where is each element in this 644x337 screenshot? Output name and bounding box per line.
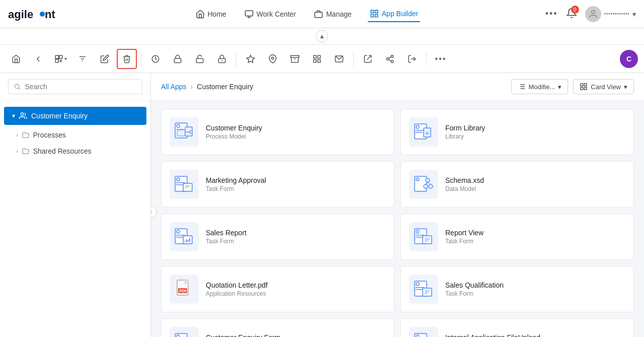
toolbar-share-button[interactable] xyxy=(358,49,378,69)
svg-point-125 xyxy=(416,335,419,337)
folder-icon xyxy=(22,131,29,139)
svg-point-77 xyxy=(416,178,419,181)
svg-rect-22 xyxy=(174,58,181,62)
toolbar-unlock-button[interactable] xyxy=(190,49,210,69)
svg-line-41 xyxy=(19,88,20,90)
toolbar-home-button[interactable] xyxy=(6,49,26,69)
card-report-view[interactable]: Report View Task Form xyxy=(400,214,634,260)
nav-links: Home Work Center Manage App Builder xyxy=(85,6,529,22)
toolbar-mail-button[interactable] xyxy=(329,49,349,69)
toolbar-location-button[interactable] xyxy=(263,49,283,69)
card-info: Quotation Letter.pdf Application Resourc… xyxy=(206,281,268,297)
card-internal-app-fileupload[interactable]: Internal Application FileUpload Task For… xyxy=(400,318,634,337)
main-layout: ▾ Customer Enquiry › Processes › Shared … xyxy=(0,73,644,337)
sidebar-item-customer-enquiry[interactable]: ▾ Customer Enquiry xyxy=(4,107,146,125)
card-title: Schema.xsd xyxy=(445,176,484,184)
breadcrumb-bar: All Apps › Customer Enquiry Modifie... ▾… xyxy=(151,73,644,101)
user-name: •••••••••••• xyxy=(604,11,629,18)
collapse-button[interactable]: ▲ xyxy=(316,30,328,42)
card-title: Internal Application FileUpload xyxy=(445,333,540,337)
toolbar-more-button[interactable]: ••• xyxy=(431,49,451,69)
card-schema-xsd[interactable]: Schema.xsd Data Model xyxy=(400,161,634,208)
breadcrumb-all-apps-link[interactable]: All Apps xyxy=(161,83,187,91)
search-icon xyxy=(14,83,21,91)
card-sales-qualification[interactable]: Sales Qualification Task Form xyxy=(400,266,634,312)
workcenter-nav-link[interactable]: Work Center xyxy=(243,7,298,22)
svg-point-85 xyxy=(177,230,180,233)
grid-view-icon xyxy=(580,83,588,91)
card-info: Internal Application FileUpload Task For… xyxy=(445,333,540,337)
svg-point-36 xyxy=(391,60,393,63)
svg-rect-63 xyxy=(416,132,423,133)
top-navigation: agile nt Home Work Center Manage App Bui… xyxy=(0,0,644,28)
card-icon xyxy=(409,275,438,304)
card-subtitle: Task Form xyxy=(445,290,504,297)
svg-text:PDF: PDF xyxy=(180,289,187,293)
svg-rect-23 xyxy=(196,58,203,62)
svg-text:agile: agile xyxy=(8,8,33,21)
toolbar: ▾ ••• C xyxy=(0,45,644,73)
toolbar-new-button[interactable]: ▾ xyxy=(50,49,70,69)
toolbar-export-button[interactable] xyxy=(402,49,422,69)
breadcrumb: All Apps › Customer Enquiry xyxy=(161,83,253,91)
svg-rect-3 xyxy=(245,11,253,16)
home-nav-link[interactable]: Home xyxy=(194,7,228,22)
card-customer-enquiry[interactable]: Customer Enquiry Process Model xyxy=(161,109,394,155)
svg-point-11 xyxy=(591,10,595,14)
toolbar-back-button[interactable] xyxy=(28,49,48,69)
svg-rect-98 xyxy=(416,237,423,238)
sidebar-tree: ▾ Customer Enquiry › Processes › Shared … xyxy=(0,101,150,337)
manage-nav-link[interactable]: Manage xyxy=(312,7,354,22)
card-customer-enquiry-form[interactable]: Customer Enquiry Form Task Form xyxy=(161,318,394,337)
card-quotation-letter[interactable]: PDF Quotation Letter.pdf Application Res… xyxy=(161,266,394,312)
svg-rect-32 xyxy=(318,59,320,62)
card-info: Marketing Approval Task Form xyxy=(206,176,266,192)
svg-point-35 xyxy=(386,57,389,60)
svg-rect-52 xyxy=(585,87,587,90)
toolbar-badge-button[interactable] xyxy=(240,49,261,69)
toolbar-filter-button[interactable] xyxy=(72,49,93,69)
toolbar-lock-button[interactable] xyxy=(168,49,188,69)
svg-rect-7 xyxy=(371,10,373,13)
logo: agile nt xyxy=(8,6,68,22)
svg-rect-10 xyxy=(375,14,377,17)
user-avatar-area[interactable]: •••••••••••• ▾ xyxy=(585,6,636,22)
toolbar-box-button[interactable] xyxy=(285,49,305,69)
toolbar-delete-button[interactable] xyxy=(117,49,137,69)
card-sales-report[interactable]: Sales Report Task Form xyxy=(161,214,394,260)
toolbar-edit-button[interactable] xyxy=(95,49,115,69)
sidebar-item-shared-resources[interactable]: › Shared Resources xyxy=(0,143,150,159)
svg-point-119 xyxy=(177,335,180,337)
user-initials-button[interactable]: C xyxy=(620,50,638,68)
appbuilder-nav-link[interactable]: App Builder xyxy=(368,6,420,22)
more-nav-button[interactable]: ••• xyxy=(545,9,558,19)
cards-area: Customer Enquiry Process Model xyxy=(151,101,644,337)
svg-rect-55 xyxy=(177,130,185,136)
card-icon xyxy=(170,170,199,199)
card-title: Sales Report xyxy=(206,229,247,237)
notification-button[interactable]: 0 xyxy=(566,8,577,20)
card-view-button[interactable]: Card View ▾ xyxy=(573,79,634,94)
search-input[interactable] xyxy=(25,83,137,91)
card-form-library[interactable]: A Form Library Library xyxy=(400,109,634,155)
sidebar-item-processes[interactable]: › Processes xyxy=(0,127,150,143)
card-icon: PDF xyxy=(170,275,199,304)
toolbar-separator-3 xyxy=(353,52,354,66)
toolbar-share2-button[interactable] xyxy=(380,49,400,69)
card-marketing-approval[interactable]: Marketing Approval Task Form xyxy=(161,161,394,208)
search-input-wrap[interactable] xyxy=(8,79,142,94)
svg-point-42 xyxy=(21,113,23,115)
card-icon xyxy=(170,117,199,147)
sort-button[interactable]: Modifie... ▾ xyxy=(511,79,569,94)
toolbar-lock2-button[interactable] xyxy=(212,49,232,69)
svg-point-61 xyxy=(416,125,419,128)
user-chevron-icon: ▾ xyxy=(632,10,636,18)
toolbar-grid-button[interactable] xyxy=(307,49,327,69)
card-title: Customer Enquiry xyxy=(206,124,262,132)
folder-icon xyxy=(22,148,29,155)
content-area: ‹ All Apps › Customer Enquiry Modifie...… xyxy=(151,73,644,337)
svg-rect-31 xyxy=(313,59,316,62)
toolbar-history-button[interactable] xyxy=(145,49,166,69)
card-info: Sales Report Task Form xyxy=(206,229,247,245)
chevron-down-icon: ▾ xyxy=(12,112,15,119)
